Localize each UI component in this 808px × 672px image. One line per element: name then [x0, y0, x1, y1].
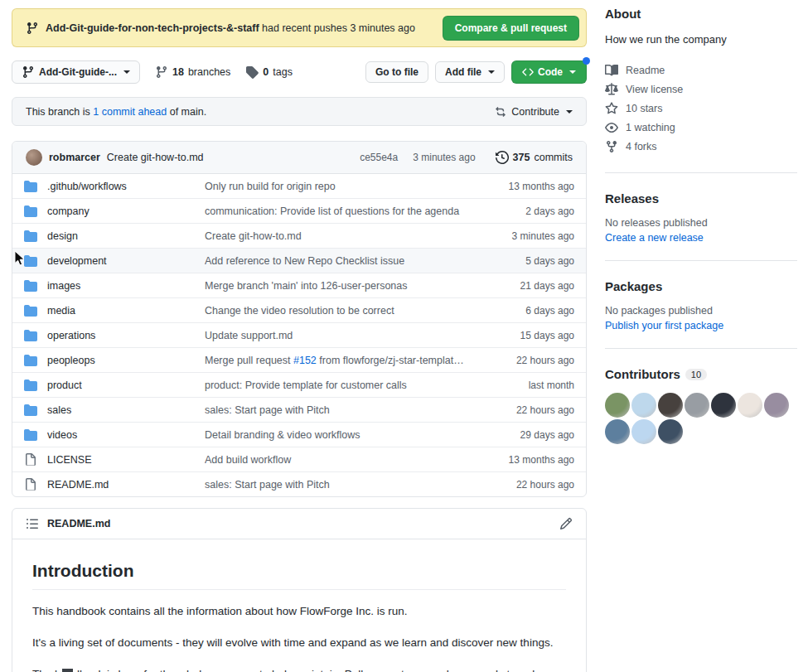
table-row[interactable]: mediaChange the video resolution to be c…	[12, 297, 586, 322]
go-to-file-button[interactable]: Go to file	[365, 61, 428, 83]
file-commit-age: last month	[477, 380, 574, 391]
code-icon	[522, 66, 534, 78]
table-row[interactable]: developmentAdd reference to New Repo Che…	[12, 248, 586, 273]
contributor-avatar[interactable]	[631, 393, 656, 418]
contributor-avatar[interactable]	[764, 393, 789, 418]
file-name-link[interactable]: .github/workflows	[47, 181, 205, 192]
create-release-link[interactable]: Create a new release	[605, 232, 704, 244]
table-row[interactable]: peopleopsMerge pull request #152 from fl…	[12, 347, 586, 372]
file-commit-message[interactable]: Add build workflow	[205, 454, 477, 466]
commit-message-text: Merge branch 'main' into 126-user-person…	[205, 280, 407, 292]
branch-status-text: This branch is 1 commit ahead of main.	[26, 106, 494, 118]
table-row[interactable]: README.mdsales: Start page with Pitch22 …	[12, 471, 586, 496]
folder-icon	[24, 354, 37, 367]
commit-message[interactable]: Create git-how-to.md	[107, 152, 353, 163]
contributor-avatar[interactable]	[605, 419, 630, 444]
branches-count[interactable]: 18branches	[155, 65, 230, 79]
table-row[interactable]: imagesMerge branch 'main' into 126-user-…	[12, 273, 586, 297]
file-commit-message[interactable]: sales: Start page with Pitch	[205, 479, 477, 491]
contributor-avatar[interactable]	[685, 393, 709, 418]
commit-ahead-link[interactable]: 1 commit ahead	[93, 106, 167, 118]
sidebar-item-view-license[interactable]: View license	[605, 80, 797, 99]
file-commit-message[interactable]: Update support.md	[205, 330, 477, 341]
folder-icon	[24, 205, 37, 218]
file-commit-message[interactable]: communication: Provide list of questions…	[205, 205, 477, 217]
branch-selector[interactable]: Add-Git-guide-...	[12, 60, 140, 84]
file-name-link[interactable]: design	[47, 230, 205, 242]
file-commit-age: 15 days ago	[477, 330, 574, 341]
readme-paragraph: The handbook is here for the whole compa…	[32, 666, 566, 672]
file-commit-message[interactable]: Detail branding & video workflows	[205, 429, 477, 441]
file-name-link[interactable]: development	[47, 255, 205, 267]
table-row[interactable]: designCreate git-how-to.md3 minutes ago	[12, 223, 586, 248]
file-commit-age: 6 days ago	[477, 305, 574, 317]
file-commit-message[interactable]: Create git-how-to.md	[205, 230, 477, 242]
contributor-avatar[interactable]	[605, 393, 630, 418]
history-icon	[496, 151, 509, 164]
pull-request-link[interactable]: #152	[293, 355, 317, 366]
table-row[interactable]: LICENSEAdd build workflow13 months ago	[12, 447, 586, 471]
contributors-label: Contributors	[605, 367, 680, 381]
readme-box: README.md Introduction This handbook con…	[12, 508, 587, 672]
folder-icon	[24, 428, 37, 442]
file-name-link[interactable]: sales	[47, 404, 205, 416]
branches-count-label: branches	[188, 66, 230, 78]
contributor-avatar[interactable]	[711, 393, 736, 418]
contributor-avatar[interactable]	[658, 393, 683, 418]
readme-paragraph: This handbook contains all the informati…	[32, 603, 566, 621]
commit-message-text: sales: Start page with Pitch	[205, 479, 330, 491]
sidebar-item-readme[interactable]: Readme	[605, 60, 797, 80]
git-branch-icon	[22, 65, 35, 79]
sidebar-item-4-forks[interactable]: 4 forks	[605, 137, 797, 156]
contributor-avatar[interactable]	[738, 393, 762, 418]
file-commit-age: 29 days ago	[477, 429, 574, 441]
tags-count[interactable]: 0tags	[245, 65, 293, 79]
commit-sha[interactable]: ce55e4a	[360, 152, 398, 163]
add-file-label: Add file	[445, 66, 481, 78]
file-name-link[interactable]: LICENSE	[47, 454, 205, 466]
publish-package-link[interactable]: Publish your first package	[605, 320, 723, 331]
contributor-avatar[interactable]	[658, 419, 683, 444]
avatar[interactable]	[26, 149, 42, 166]
sidebar-item-1-watching[interactable]: 1 watching	[605, 118, 797, 137]
file-name-link[interactable]: company	[47, 205, 205, 217]
table-row[interactable]: videosDetail branding & video workflows2…	[12, 422, 586, 447]
compare-pull-request-button[interactable]: Compare & pull request	[443, 16, 579, 41]
add-file-button[interactable]: Add file	[435, 61, 505, 83]
table-row[interactable]: .github/workflowsOnly run build for orig…	[12, 174, 586, 198]
code-button[interactable]: Code	[511, 60, 587, 84]
file-name-link[interactable]: images	[47, 280, 205, 292]
file-commit-message[interactable]: Only run build for origin repo	[205, 181, 477, 192]
about-items: ReadmeView license10 stars1 watching4 fo…	[605, 60, 797, 156]
file-commit-message[interactable]: Merge branch 'main' into 126-user-person…	[205, 280, 477, 292]
file-name-link[interactable]: product	[47, 380, 205, 391]
file-commit-message[interactable]: sales: Start page with Pitch	[205, 404, 477, 416]
file-name-link[interactable]: videos	[47, 429, 205, 441]
tag-icon	[245, 65, 259, 79]
file-commit-message[interactable]: product: Provide template for customer c…	[205, 380, 477, 391]
file-name-link[interactable]: media	[47, 305, 205, 317]
contribute-button[interactable]: Contribute	[494, 105, 573, 118]
pencil-icon[interactable]	[559, 517, 573, 530]
file-commit-message[interactable]: Merge pull request #152 from flowforge/z…	[205, 355, 477, 366]
commit-message-text: Detail branding & video workflows	[205, 429, 360, 441]
divider	[605, 348, 797, 349]
table-row[interactable]: salessales: Start page with Pitch22 hour…	[12, 397, 586, 422]
sidebar-item-10-stars[interactable]: 10 stars	[605, 99, 797, 118]
commits-history-link[interactable]: 375commits	[496, 151, 573, 164]
sidebar-item-label: View license	[626, 84, 683, 95]
packages-empty-text: No packages published	[605, 305, 797, 317]
file-name-link[interactable]: README.md	[47, 479, 205, 491]
file-commit-message[interactable]: Add reference to New Repo Checklist issu…	[205, 255, 477, 267]
contributor-avatar[interactable]	[631, 419, 656, 444]
commit-time: 3 minutes ago	[413, 152, 475, 163]
table-row[interactable]: productproduct: Provide template for cus…	[12, 372, 586, 397]
list-icon[interactable]	[26, 517, 39, 530]
table-row[interactable]: operationsUpdate support.md15 days ago	[12, 322, 586, 347]
tags-count-number: 0	[263, 66, 269, 78]
commit-author[interactable]: robmarcer	[49, 152, 100, 163]
file-commit-message[interactable]: Change the video resolution to be correc…	[205, 305, 477, 317]
file-name-link[interactable]: operations	[47, 330, 205, 341]
file-name-link[interactable]: peopleops	[47, 355, 205, 366]
table-row[interactable]: companycommunication: Provide list of qu…	[12, 198, 586, 223]
